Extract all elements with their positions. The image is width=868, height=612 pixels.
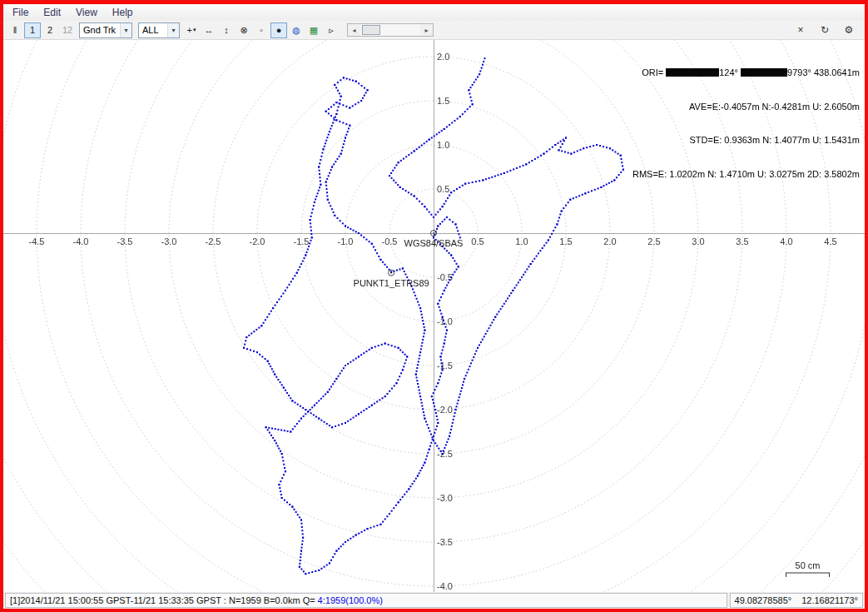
solution-button-12: 12 xyxy=(59,22,76,38)
animate-icon: ▹ xyxy=(329,25,334,36)
scroll-right-button[interactable]: ▸ xyxy=(420,24,433,36)
scrollbar-track[interactable] xyxy=(360,24,420,36)
solution-buttons: 1212 xyxy=(24,22,76,38)
status-position-panel: 49.08278585° 12.16821173° xyxy=(730,593,863,608)
options-icon: ⚙ xyxy=(845,24,854,36)
scrollbar-thumb[interactable] xyxy=(362,25,380,35)
ground-track-plot: ORI= 124° 9793° 438.0641m AVE=E:-0.4057m… xyxy=(3,40,865,592)
chevron-down-icon: ▾ xyxy=(120,23,131,37)
stats-line-rms: RMS=E: 1.0202m N: 1.4710m U: 3.0275m 2D:… xyxy=(632,169,860,181)
show-track-icon: ● xyxy=(276,25,282,35)
fix-horizontal-icon: ◦ xyxy=(260,25,263,35)
reload-icon: ↻ xyxy=(821,24,829,36)
status-time-panel: [1]2014/11/21 15:00:55 GPST-11/21 15:33:… xyxy=(5,593,727,608)
clear-icon: × xyxy=(797,24,803,36)
menu-item-edit[interactable]: Edit xyxy=(36,5,68,20)
redaction-bar xyxy=(666,68,719,77)
show-track-button[interactable]: ● xyxy=(270,22,287,38)
status-latitude: 49.08278585° xyxy=(735,595,792,605)
show-map-icon: ◍ xyxy=(292,25,300,36)
scroll-left-button[interactable]: ◂ xyxy=(348,24,360,36)
redaction-bar xyxy=(741,68,787,77)
plot-type-select[interactable]: Gnd Trk ▾ xyxy=(79,22,132,38)
solution-button-1[interactable]: 1 xyxy=(24,22,41,38)
stats-line-ori: ORI= 124° 9793° 438.0641m xyxy=(632,67,860,79)
center-origin-button[interactable]: +▾ xyxy=(183,22,200,38)
animate-button[interactable]: ▹ xyxy=(323,22,340,38)
toolbar-icon-buttons: +▾↔↕⊗◦●◍▦▹ xyxy=(183,22,340,38)
dropdown-caret-icon: ▾ xyxy=(193,27,196,33)
status-bar: [1]2014/11/21 15:00:55 GPST-11/21 15:33:… xyxy=(3,592,865,609)
rtkplot-window: FileEditViewHelp ‖ 1212 Gnd Trk ▾ ALL ▾ … xyxy=(3,4,865,609)
options-button[interactable]: ⚙ xyxy=(841,22,857,38)
stats-line-ave: AVE=E:-0.4057m N:-0.4281m U: 2.6050m xyxy=(632,102,860,113)
fix-horizontal-button[interactable]: ◦ xyxy=(253,22,270,38)
fix-center-icon: ⊗ xyxy=(240,25,247,36)
menu-item-file[interactable]: File xyxy=(5,5,36,20)
status-longitude: 12.16821173° xyxy=(801,595,858,605)
plot-type-value: Gnd Trk xyxy=(80,25,120,35)
menu-item-help[interactable]: Help xyxy=(105,5,141,20)
stats-line-std: STD=E: 0.9363m N: 1.4077m U: 1.5431m xyxy=(632,135,860,147)
satellite-select[interactable]: ALL ▾ xyxy=(138,22,180,38)
solution-button-2[interactable]: 2 xyxy=(42,22,58,38)
status-solution-text: [1]2014/11/21 15:00:55 GPST-11/21 15:33:… xyxy=(10,595,315,605)
menu-item-view[interactable]: View xyxy=(68,5,105,20)
reload-button[interactable]: ↻ xyxy=(816,22,833,38)
menu-bar: FileEditViewHelp xyxy=(3,4,865,21)
center-origin-icon: + xyxy=(187,25,192,35)
satellite-select-value: ALL xyxy=(139,25,167,35)
show-grid-button[interactable]: ▦ xyxy=(305,22,322,38)
toolbar-grip[interactable]: ‖ xyxy=(7,22,23,38)
toolbar: ‖ 1212 Gnd Trk ▾ ALL ▾ +▾↔↕⊗◦●◍▦▹ ◂ ▸ ×↻… xyxy=(3,21,865,40)
fit-horizontal-icon: ↔ xyxy=(205,25,214,35)
grip-icon: ‖ xyxy=(13,25,17,35)
fix-center-button[interactable]: ⊗ xyxy=(236,22,252,38)
show-grid-icon: ▦ xyxy=(310,25,318,36)
status-quality-text: 4:1959(100.0%) xyxy=(318,595,383,605)
clear-button[interactable]: × xyxy=(792,22,809,38)
fit-horizontal-button[interactable]: ↔ xyxy=(201,22,217,38)
toolbar-right-buttons: ×↻⚙ xyxy=(792,22,861,38)
solution-statistics: ORI= 124° 9793° 438.0641m AVE=E:-0.4057m… xyxy=(632,45,860,202)
fit-vertical-icon: ↕ xyxy=(224,25,229,35)
show-map-button[interactable]: ◍ xyxy=(288,22,305,38)
fit-vertical-button[interactable]: ↕ xyxy=(218,22,235,38)
time-scrollbar[interactable]: ◂ ▸ xyxy=(347,23,434,37)
chevron-down-icon: ▾ xyxy=(167,23,179,37)
